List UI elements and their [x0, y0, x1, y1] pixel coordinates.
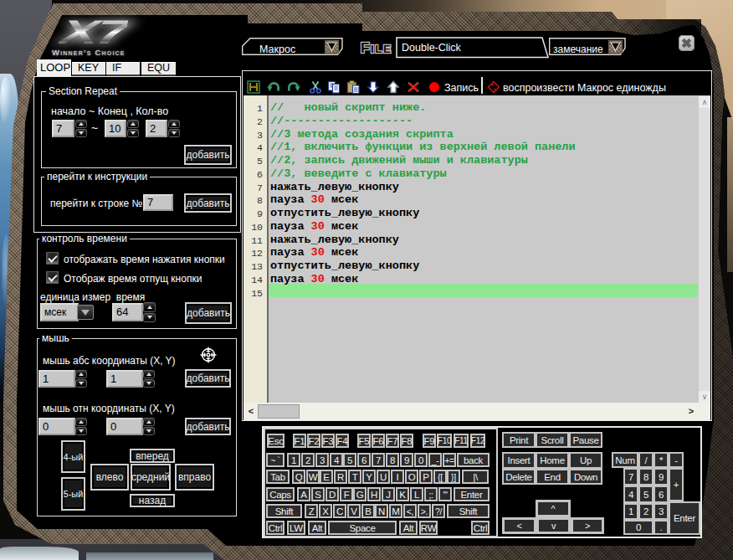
- svg-text:FILE: FILE: [361, 40, 392, 56]
